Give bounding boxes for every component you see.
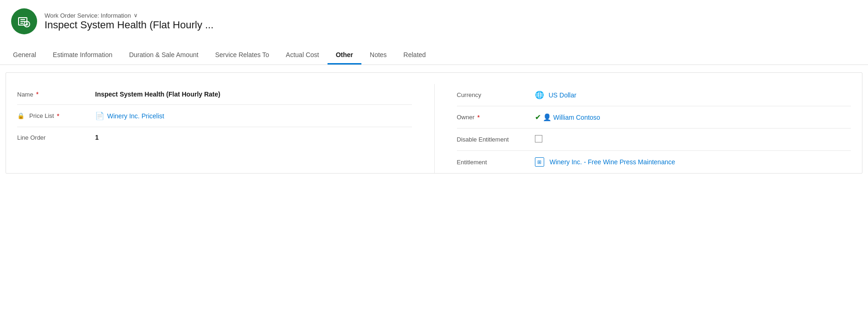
field-label-owner: Owner*: [457, 114, 531, 121]
field-label-price-list: 🔒Price List*: [17, 112, 91, 120]
required-indicator-price-list: *: [57, 112, 59, 120]
currency-value[interactable]: US Dollar: [549, 91, 577, 99]
required-indicator-owner: *: [477, 114, 480, 121]
field-label-text-entitlement: Entitlement: [457, 159, 487, 166]
field-label-text-line-order: Line Order: [17, 134, 45, 141]
field-value-disable-entitlement: [535, 135, 851, 144]
tab-other[interactable]: Other: [328, 46, 361, 65]
form-left-section: Name*Inspect System Health (Flat Hourly …: [17, 84, 434, 173]
page-title: Inspect System Health (Flat Hourly ...: [45, 19, 213, 31]
tab-related[interactable]: Related: [395, 46, 434, 65]
form-right-section: Currency🌐US DollarOwner*✔👤William Contos…: [434, 84, 851, 173]
field-label-text-name: Name: [17, 91, 33, 98]
lock-icon: 🔒: [17, 112, 25, 119]
field-label-text-price-list: Price List: [29, 112, 54, 119]
field-value-entitlement[interactable]: ⊞Winery Inc. - Free Wine Press Maintenan…: [535, 157, 851, 167]
tab-general[interactable]: General: [11, 46, 45, 65]
header-subtitle: Work Order Service: Information ∨: [45, 12, 213, 19]
person-icon: 👤: [543, 113, 552, 122]
form-grid: Name*Inspect System Health (Flat Hourly …: [17, 84, 851, 173]
nav-tabs: GeneralEstimate InformationDuration & Sa…: [0, 46, 868, 65]
tab-duration-sale-amount[interactable]: Duration & Sale Amount: [121, 46, 206, 65]
form-row-disable-entitlement: Disable Entitlement: [457, 129, 851, 151]
owner-badges: ✔👤William Contoso: [535, 113, 600, 122]
field-label-text-disable-entitlement: Disable Entitlement: [457, 136, 509, 143]
field-label-currency: Currency: [457, 91, 531, 98]
field-value-line-order: 1: [95, 134, 412, 141]
tab-estimate-information[interactable]: Estimate Information: [45, 46, 121, 65]
currency-icon: 🌐: [535, 90, 544, 99]
tab-notes[interactable]: Notes: [361, 46, 395, 65]
field-value-owner[interactable]: ✔👤William Contoso: [535, 113, 851, 122]
field-label-entitlement: Entitlement: [457, 159, 531, 166]
field-label-disable-entitlement: Disable Entitlement: [457, 136, 531, 143]
entitlement-icon: ⊞: [535, 157, 544, 167]
tab-actual-cost[interactable]: Actual Cost: [277, 46, 328, 65]
field-value-price-list[interactable]: 📄Winery Inc. Pricelist: [95, 111, 412, 120]
owner-value[interactable]: William Contoso: [553, 114, 600, 121]
form-row-name: Name*Inspect System Health (Flat Hourly …: [17, 84, 412, 105]
tab-service-relates-to[interactable]: Service Relates To: [207, 46, 277, 65]
field-label-name: Name*: [17, 90, 91, 98]
header-text: Work Order Service: Information ∨ Inspec…: [45, 12, 213, 31]
form-row-price-list: 🔒Price List*📄Winery Inc. Pricelist: [17, 105, 412, 127]
header-subtitle-text: Work Order Service: Information: [45, 12, 131, 19]
owner-active-icon: ✔: [535, 113, 541, 122]
content-area: Name*Inspect System Health (Flat Hourly …: [6, 72, 862, 174]
field-label-line-order: Line Order: [17, 134, 91, 141]
chevron-down-icon[interactable]: ∨: [134, 12, 138, 19]
disable-entitlement-checkbox[interactable]: [535, 135, 542, 142]
field-label-text-owner: Owner: [457, 114, 475, 121]
form-row-entitlement: Entitlement⊞Winery Inc. - Free Wine Pres…: [457, 151, 851, 173]
field-label-text-currency: Currency: [457, 91, 482, 98]
page-header: Work Order Service: Information ∨ Inspec…: [0, 0, 868, 39]
form-row-line-order: Line Order1: [17, 127, 412, 148]
app-icon-svg: [17, 14, 32, 29]
required-indicator-name: *: [36, 90, 39, 98]
entitlement-value[interactable]: Winery Inc. - Free Wine Press Maintenanc…: [550, 158, 675, 166]
app-icon: [11, 8, 37, 34]
document-icon: 📄: [95, 111, 104, 120]
field-value-currency[interactable]: 🌐US Dollar: [535, 90, 851, 99]
form-row-owner: Owner*✔👤William Contoso: [457, 106, 851, 129]
field-link-text-price-list[interactable]: Winery Inc. Pricelist: [107, 112, 164, 120]
form-row-currency: Currency🌐US Dollar: [457, 84, 851, 106]
field-value-name: Inspect System Health (Flat Hourly Rate): [95, 90, 412, 98]
